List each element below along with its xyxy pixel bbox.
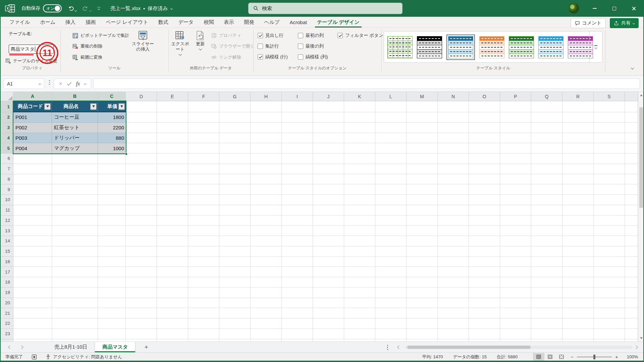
grid-cell[interactable] <box>375 318 407 329</box>
grid-cell[interactable] <box>562 277 594 288</box>
grid-cell[interactable] <box>313 226 344 236</box>
horizontal-scroll-thumb[interactable] <box>407 346 531 349</box>
table-row[interactable]: P001コーヒー豆1800 <box>13 112 126 123</box>
grid-cell[interactable] <box>313 133 344 143</box>
row-header-4[interactable]: 4 <box>1 133 13 143</box>
grid-cell[interactable] <box>469 123 500 133</box>
ribbon-tab[interactable]: ページ レイアウト <box>101 17 153 27</box>
grid-cell[interactable] <box>531 329 562 339</box>
table-cell[interactable]: 880 <box>98 133 126 143</box>
row-header-17[interactable]: 17 <box>1 267 13 277</box>
grid-cell[interactable] <box>126 298 157 308</box>
horizontal-scrollbar[interactable] <box>405 346 633 349</box>
table-header-cell[interactable]: 商品名 <box>52 101 98 112</box>
row-header-13[interactable]: 13 <box>1 226 13 236</box>
grid-cell[interactable] <box>52 318 98 329</box>
grid-cell[interactable] <box>157 339 188 342</box>
grid-cell[interactable] <box>531 195 562 205</box>
grid-cell[interactable] <box>625 216 638 226</box>
grid-cell[interactable] <box>562 329 594 339</box>
grid-cell[interactable] <box>344 288 375 298</box>
grid-cell[interactable] <box>594 154 625 164</box>
grid-cell[interactable] <box>251 257 282 267</box>
column-header-I[interactable]: I <box>282 92 313 101</box>
checkbox-フィルター ボタン[interactable]: フィルター ボタン <box>337 32 383 39</box>
grid-cell[interactable] <box>407 123 438 133</box>
grid-cell[interactable] <box>157 318 188 329</box>
grid-cell[interactable] <box>500 101 531 112</box>
grid-cell[interactable] <box>438 318 469 329</box>
grid-cell[interactable] <box>625 298 638 308</box>
grid-cell[interactable] <box>282 123 313 133</box>
grid-cell[interactable] <box>52 184 98 195</box>
grid-cell[interactable] <box>313 308 344 318</box>
grid-cell[interactable] <box>531 174 562 185</box>
grid-cell[interactable] <box>126 257 157 267</box>
grid-cell[interactable] <box>157 143 188 154</box>
grid-cell[interactable] <box>438 257 469 267</box>
grid-cell[interactable] <box>98 246 126 257</box>
grid-cell[interactable] <box>438 101 469 112</box>
grid-cell[interactable] <box>282 174 313 185</box>
grid-cell[interactable] <box>13 236 52 246</box>
grid-cell[interactable] <box>625 195 638 205</box>
grid-cell[interactable] <box>188 123 219 133</box>
grid-cell[interactable] <box>594 246 625 257</box>
grid-cell[interactable] <box>562 216 594 226</box>
grid-cell[interactable] <box>438 277 469 288</box>
grid-cell[interactable] <box>438 205 469 216</box>
grid-cell[interactable] <box>157 236 188 246</box>
grid-cell[interactable] <box>188 329 219 339</box>
checked-checkbox-icon[interactable] <box>258 54 263 60</box>
grid-cell[interactable] <box>313 339 344 342</box>
grid-cell[interactable] <box>52 308 98 318</box>
grid-cell[interactable] <box>500 205 531 216</box>
zoom-level[interactable]: 100% <box>627 354 638 359</box>
grid-cell[interactable] <box>52 154 98 164</box>
status-sum[interactable]: 合計: 5880 <box>497 354 518 360</box>
grid-cell[interactable] <box>52 277 98 288</box>
grid-cell[interactable] <box>157 205 188 216</box>
grid-cell[interactable] <box>344 112 375 123</box>
grid-cell[interactable] <box>313 154 344 164</box>
grid-cell[interactable] <box>251 133 282 143</box>
table-cell[interactable]: 1000 <box>98 143 126 153</box>
grid-cell[interactable] <box>562 123 594 133</box>
grid-cell[interactable] <box>13 226 52 236</box>
accessibility-status[interactable]: アクセシビリティ: 問題ありません <box>46 354 122 360</box>
filter-dropdown-button[interactable] <box>44 103 51 110</box>
grid-cell[interactable] <box>98 164 126 174</box>
grid-cell[interactable] <box>98 195 126 205</box>
ribbon-tab[interactable]: ファイル <box>5 17 35 27</box>
grid-cell[interactable] <box>188 184 219 195</box>
name-box[interactable]: A1 <box>3 78 44 89</box>
grid-cell[interactable] <box>438 184 469 195</box>
row-header-7[interactable]: 7 <box>1 164 13 174</box>
grid-cell[interactable] <box>469 133 500 143</box>
grid-cell[interactable] <box>13 257 52 267</box>
grid-cell[interactable] <box>407 101 438 112</box>
undo-button[interactable] <box>68 6 76 11</box>
row-header-11[interactable]: 11 <box>1 205 13 216</box>
grid-cell[interactable] <box>625 133 638 143</box>
grid-cell[interactable] <box>531 112 562 123</box>
grid-cell[interactable] <box>375 184 407 195</box>
grid-cell[interactable] <box>531 277 562 288</box>
grid-cell[interactable] <box>13 154 52 164</box>
grid-cell[interactable] <box>500 257 531 267</box>
grid-cell[interactable] <box>438 226 469 236</box>
checkbox-縞模様 (行)[interactable]: 縞模様 (行) <box>258 53 288 61</box>
grid-cell[interactable] <box>562 112 594 123</box>
refresh-button[interactable]: 更新 <box>193 31 208 50</box>
grid-cell[interactable] <box>282 288 313 298</box>
grid-cell[interactable] <box>13 195 52 205</box>
grid-cell[interactable] <box>188 112 219 123</box>
grid-cell[interactable] <box>531 267 562 277</box>
grid-cell[interactable] <box>98 318 126 329</box>
grid-cell[interactable] <box>375 329 407 339</box>
status-count[interactable]: データの個数: 15 <box>453 354 487 360</box>
row-header-20[interactable]: 20 <box>1 298 13 308</box>
zoom-out-button[interactable]: − <box>567 354 577 360</box>
grid-cell[interactable] <box>438 154 469 164</box>
grid-cell[interactable] <box>469 226 500 236</box>
